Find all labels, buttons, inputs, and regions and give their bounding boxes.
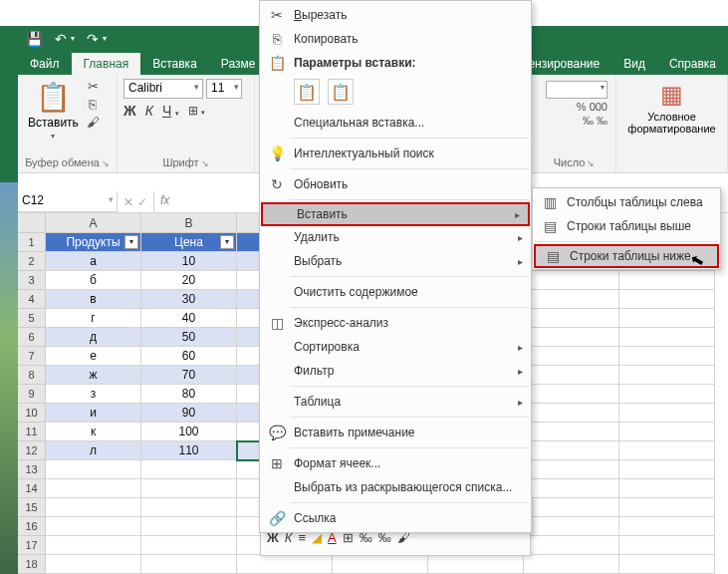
paste-opt-1[interactable]: 📋	[294, 79, 320, 105]
cell[interactable]: л	[46, 441, 141, 460]
format-painter-icon[interactable]: 🖌	[87, 115, 100, 130]
cell[interactable]	[619, 290, 715, 309]
cell[interactable]	[619, 423, 715, 441]
table-header-cell[interactable]: Продукты▾	[46, 233, 141, 252]
bold-button[interactable]: Ж	[123, 103, 136, 120]
row-header[interactable]: 14	[18, 479, 46, 498]
cell[interactable]	[46, 517, 141, 536]
row-header[interactable]: 12	[18, 441, 46, 460]
row-header[interactable]: 10	[18, 404, 46, 423]
font-launcher-icon[interactable]: ↘	[201, 158, 209, 168]
cell[interactable]	[619, 479, 715, 498]
cancel-formula-icon[interactable]: ✕	[123, 195, 133, 209]
cell[interactable]	[141, 479, 237, 498]
menu-delete[interactable]: Удалить▸	[260, 225, 531, 249]
cell[interactable]: 60	[141, 347, 237, 366]
cell[interactable]	[619, 555, 715, 574]
cell[interactable]	[333, 555, 428, 574]
redo-icon[interactable]: ↷	[87, 31, 99, 47]
row-header[interactable]: 4	[18, 290, 46, 309]
italic-button[interactable]: К	[145, 103, 153, 120]
paste-opt-2[interactable]: 📋	[328, 79, 354, 105]
cell[interactable]	[619, 536, 715, 555]
col-header[interactable]: B	[141, 213, 237, 233]
confirm-formula-icon[interactable]: ✓	[137, 195, 147, 209]
cell[interactable]	[524, 404, 619, 423]
cell[interactable]	[524, 536, 619, 555]
row-header[interactable]: 15	[18, 498, 46, 517]
submenu-cols-left[interactable]: ▥Столбцы таблицы слева	[533, 190, 720, 214]
tab-help[interactable]: Справка	[657, 53, 728, 75]
cell[interactable]	[524, 385, 619, 404]
cell[interactable]: 90	[141, 404, 237, 423]
row-header[interactable]: 9	[18, 385, 46, 404]
cell[interactable]	[524, 555, 619, 574]
cell[interactable]: ж	[46, 366, 141, 385]
fx-label[interactable]: fx	[154, 191, 175, 212]
cell[interactable]: а	[46, 252, 141, 271]
cell[interactable]: 100	[141, 423, 237, 441]
menu-copy[interactable]: ⎘Копировать	[260, 27, 531, 51]
cell[interactable]	[46, 536, 141, 555]
cell[interactable]	[524, 271, 619, 290]
cell[interactable]: 40	[141, 309, 237, 328]
cell[interactable]: 10	[141, 252, 237, 271]
cell[interactable]	[524, 460, 619, 479]
cell[interactable]	[619, 309, 715, 328]
cut-icon[interactable]: ✂	[88, 79, 99, 94]
redo-dropdown[interactable]: ▾	[103, 34, 107, 43]
menu-quick-analysis[interactable]: ◫Экспресс-анализ	[260, 311, 531, 335]
cell[interactable]	[619, 328, 715, 347]
row-header[interactable]: 1	[18, 233, 46, 252]
copy-icon[interactable]: ⎘	[89, 97, 97, 112]
cell[interactable]	[619, 517, 715, 536]
row-header[interactable]: 17	[18, 536, 46, 555]
menu-refresh[interactable]: ↻Обновить	[260, 172, 531, 196]
conditional-format-button[interactable]: ▦ Условное форматирование	[622, 79, 721, 137]
name-box[interactable]: C12	[18, 191, 118, 212]
row-header[interactable]: 2	[18, 252, 46, 271]
select-all-corner[interactable]	[18, 213, 46, 233]
cell[interactable]	[524, 441, 619, 460]
row-header[interactable]: 7	[18, 347, 46, 366]
cell[interactable]	[141, 517, 237, 536]
table-header-cell[interactable]: Цена▾	[141, 233, 237, 252]
cell[interactable]	[524, 366, 619, 385]
cell[interactable]	[524, 517, 619, 536]
cell[interactable]	[619, 271, 715, 290]
cell[interactable]	[524, 347, 619, 366]
cell[interactable]: к	[46, 423, 141, 441]
font-size-combo[interactable]: 11	[206, 79, 242, 99]
menu-insert-comment[interactable]: 💬Вставить примечание	[260, 421, 531, 444]
paste-dropdown[interactable]: ▾	[51, 132, 55, 141]
row-header[interactable]: 3	[18, 271, 46, 290]
row-header[interactable]: 11	[18, 423, 46, 441]
menu-filter[interactable]: Фильтр▸	[260, 359, 531, 383]
cell[interactable]	[46, 555, 141, 574]
save-icon[interactable]: 💾	[26, 31, 43, 47]
menu-pick-list[interactable]: Выбрать из раскрывающегося списка...	[260, 475, 531, 499]
row-header[interactable]: 8	[18, 366, 46, 385]
cell[interactable]	[46, 460, 141, 479]
cell[interactable]	[46, 479, 141, 498]
cell[interactable]: з	[46, 385, 141, 404]
filter-dropdown-icon[interactable]: ▾	[220, 235, 234, 249]
cell[interactable]	[619, 460, 715, 479]
filter-dropdown-icon[interactable]: ▾	[124, 235, 138, 249]
row-header[interactable]: 5	[18, 309, 46, 328]
row-header[interactable]: 18	[18, 555, 46, 574]
submenu-rows-above[interactable]: ▤Строки таблицы выше	[533, 214, 720, 238]
cell[interactable]	[141, 536, 237, 555]
cell[interactable]	[619, 347, 715, 366]
col-header[interactable]: A	[46, 213, 141, 233]
tab-view[interactable]: Вид	[611, 53, 657, 75]
border-button[interactable]: ⊞ ▾	[188, 104, 205, 119]
cell[interactable]	[524, 328, 619, 347]
undo-dropdown[interactable]: ▾	[71, 34, 75, 43]
cell[interactable]: 110	[141, 441, 237, 460]
menu-select[interactable]: Выбрать▸	[260, 249, 531, 273]
menu-format-cells[interactable]: ⊞Формат ячеек...	[260, 451, 531, 475]
menu-cut[interactable]: ✂Вырезать	[260, 3, 531, 27]
cell[interactable]: 50	[141, 328, 237, 347]
cell[interactable]: 70	[141, 366, 237, 385]
